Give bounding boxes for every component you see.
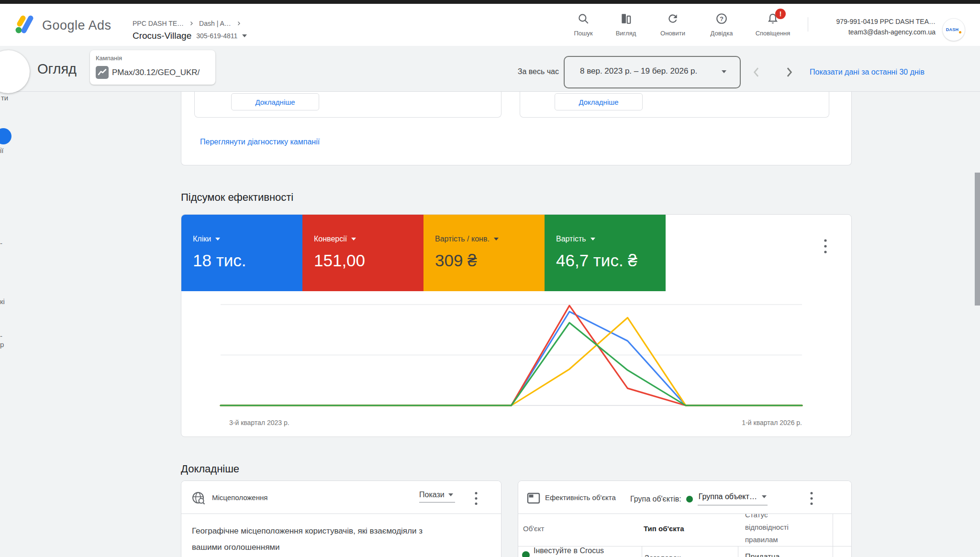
asset-group-value: Группа объект…	[699, 492, 757, 501]
asset-group-dropdown[interactable]: Группа объект…	[698, 492, 768, 505]
sidebar-item-fragment[interactable]: ти	[1, 94, 8, 102]
performance-card: Кліки 18 тис. Конверсії 151,00 Вартість …	[181, 214, 852, 437]
table-cell-type[interactable]: Заголовок	[645, 554, 680, 557]
card-header: Місцеположення Покази	[181, 481, 501, 513]
chevron-down-icon	[351, 238, 356, 240]
x-axis-end-label: 1-й квартал 2026 р.	[658, 419, 802, 426]
date-range-value: 8 вер. 2023 р. – 19 бер. 2026 р.	[580, 66, 697, 76]
card-description: Географічне місцеположення користувачів,…	[192, 523, 489, 556]
show-last-30-days-link[interactable]: Показати дані за останні 30 днів	[810, 68, 924, 76]
card-title: Місцеположення	[212, 493, 267, 502]
table-cell-status[interactable]: Придатна	[745, 553, 780, 557]
chevron-down-icon	[242, 34, 247, 37]
x-axis-start-label: 3-й квартал 2023 р.	[229, 419, 290, 426]
diagnostics-card: Докладніше Докладніше Переглянути діагно…	[181, 92, 852, 165]
app-header: Google Ads PPC DASH TE… Dash | A… Crocus…	[0, 4, 980, 46]
column-divider	[642, 546, 642, 557]
breadcrumb-root[interactable]: PPC DASH TE…	[133, 20, 184, 27]
avatar-orange-dot	[959, 31, 961, 33]
performance-section-title: Підсумок ефективності	[181, 191, 293, 204]
metric-value: 46,7 тис. ₴	[556, 251, 637, 270]
date-prev-button[interactable]	[749, 65, 764, 79]
breadcrumb-parent[interactable]: Dash | A…	[199, 20, 231, 27]
header-divider	[808, 17, 808, 32]
account-email: team3@dash-agency.com.ua	[813, 27, 935, 37]
campaign-scope-chip[interactable]: Кампанія PMax/30.12/GEO_UKR/	[90, 50, 215, 85]
account-id: 305-619-4811	[196, 32, 237, 40]
column-header-status[interactable]: Статус відповідності правилам	[745, 509, 789, 546]
chevron-right-icon	[189, 21, 194, 26]
metric-value: 18 тис.	[193, 251, 246, 270]
sidebar-selected-item-icon[interactable]	[0, 128, 11, 144]
performance-line-chart	[211, 299, 828, 415]
metric-tile-cost[interactable]: Вартість 46,7 тис. ₴	[545, 215, 666, 291]
avatar[interactable]: DASH	[942, 18, 965, 41]
campaign-icon	[96, 66, 109, 79]
account-info[interactable]: 979-991-0419 PPC DASH TEA… team3@dash-ag…	[813, 16, 935, 37]
column-header-asset[interactable]: Об'єкт	[523, 524, 544, 533]
globe-search-icon	[191, 491, 206, 506]
search-button[interactable]: Пошук	[560, 12, 606, 37]
notification-badge: !	[775, 9, 786, 19]
breadcrumb: PPC DASH TE… Dash | A…	[133, 20, 242, 27]
browser-top-edge	[0, 0, 980, 4]
metric-tile-cost-per-conversion[interactable]: Вартість / конв. 309 ₴	[423, 215, 545, 291]
appearance-button[interactable]: Вигляд	[603, 12, 649, 37]
scope-type-label: Кампанія	[96, 55, 122, 62]
notifications-label: Сповіщення	[750, 30, 796, 37]
card-menu-button[interactable]	[475, 491, 478, 506]
account-switcher[interactable]: Crocus-Village 305-619-4811	[133, 31, 247, 41]
search-label: Пошук	[560, 30, 606, 37]
notifications-button[interactable]: ! Сповіщення	[750, 12, 796, 37]
chevron-down-icon	[448, 493, 453, 496]
refresh-label: Оновити	[650, 30, 696, 37]
search-icon	[577, 12, 590, 25]
metric-name: Вартість	[556, 235, 586, 243]
refresh-icon	[667, 12, 679, 25]
metric-name: Кліки	[193, 235, 211, 243]
sidebar-item-fragment[interactable]: ії	[0, 146, 4, 154]
product-name: Google Ads	[42, 18, 111, 33]
locations-card: Місцеположення Покази Географічне місцеп…	[181, 481, 501, 557]
card-menu-button[interactable]	[810, 491, 813, 506]
chevron-down-icon	[722, 70, 726, 73]
help-label: Довідка	[699, 30, 745, 37]
learn-more-button[interactable]: Докладніше	[555, 93, 643, 110]
sidebar-item-fragment[interactable]: кі	[0, 297, 5, 306]
account-id-line: 979-991-0419 PPC DASH TEA…	[813, 16, 935, 27]
date-range-picker[interactable]: 8 вер. 2023 р. – 19 бер. 2026 р.	[564, 56, 741, 88]
svg-text:?: ?	[720, 15, 724, 22]
metric-tile-conversions[interactable]: Конверсії 151,00	[302, 215, 423, 291]
metric-tile-clicks[interactable]: Кліки 18 тис.	[181, 215, 302, 291]
google-ads-logo-icon[interactable]	[14, 14, 35, 34]
refresh-button[interactable]: Оновити	[650, 12, 696, 37]
column-header-type[interactable]: Тип об'єкта	[644, 524, 684, 533]
chevron-down-icon	[215, 238, 220, 240]
chevron-down-icon	[762, 495, 767, 498]
card-header-divider	[518, 513, 851, 514]
sidebar-item-fragment[interactable]: -	[0, 332, 2, 340]
column-divider	[833, 514, 833, 557]
page-title: Огляд	[37, 61, 77, 77]
asset-status-dot	[522, 551, 530, 557]
chevron-down-icon	[494, 238, 499, 240]
metric-dropdown[interactable]: Покази	[419, 491, 455, 502]
sidebar-item-fragment[interactable]: -	[0, 239, 2, 247]
chevron-right-icon	[236, 21, 242, 26]
sidebar-item-fragment[interactable]: р	[0, 340, 4, 349]
help-button[interactable]: ? Довідка	[699, 12, 745, 37]
table-cell-asset[interactable]: Інвестуйте в Crocus	[534, 546, 604, 555]
vertical-scrollbar[interactable]	[975, 173, 980, 306]
card-header-divider	[181, 513, 501, 514]
asset-performance-card: Об'єкт Тип об'єкта Статус відповідності …	[518, 481, 852, 557]
date-next-button[interactable]	[782, 65, 796, 79]
card-title: Ефективність об'єкта	[545, 493, 616, 502]
date-preset-label: За весь час	[501, 67, 559, 76]
status-dot-icon	[686, 496, 693, 502]
card-menu-button[interactable]	[824, 239, 827, 255]
learn-more-button[interactable]: Докладніше	[231, 93, 319, 110]
asset-group-label: Група об'єктів:	[630, 495, 681, 503]
account-name: Crocus-Village	[133, 31, 191, 41]
appearance-icon	[620, 12, 632, 25]
view-campaign-diagnostics-link[interactable]: Переглянути діагностику кампанії	[200, 138, 320, 146]
